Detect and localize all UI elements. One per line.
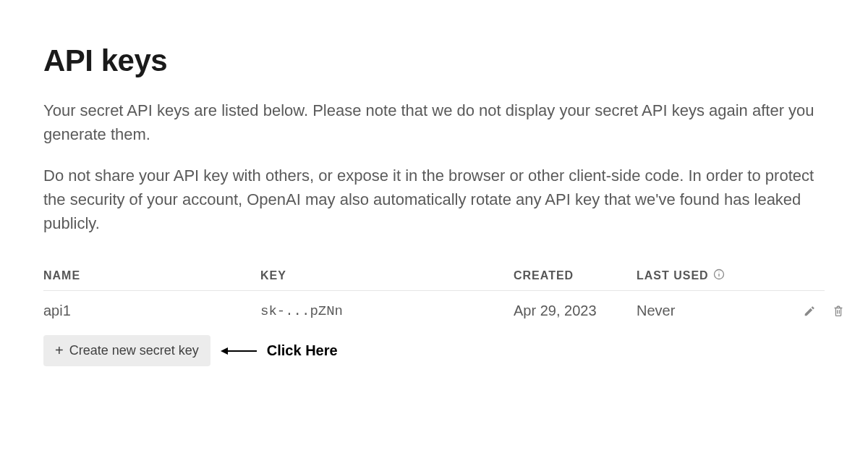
plus-icon: + (55, 342, 64, 359)
column-header-created: CREATED (514, 269, 637, 283)
svg-marker-4 (221, 347, 228, 355)
column-header-actions (781, 269, 846, 283)
cell-last-used: Never (637, 303, 781, 319)
pencil-icon (803, 305, 816, 318)
annotation: Click Here (221, 342, 338, 359)
description-paragraph-2: Do not share your API key with others, o… (43, 164, 825, 235)
cell-key: sk-...pZNn (260, 303, 514, 319)
create-key-row: + Create new secret key Click Here (43, 335, 825, 366)
description-paragraph-1: Your secret API keys are listed below. P… (43, 98, 825, 146)
column-header-last-used: LAST USED (637, 269, 781, 283)
svg-point-2 (718, 271, 719, 272)
column-header-last-used-label: LAST USED (637, 269, 709, 282)
row-actions (781, 303, 846, 319)
cell-created: Apr 29, 2023 (514, 303, 637, 319)
create-new-secret-key-button[interactable]: + Create new secret key (43, 335, 210, 366)
arrow-left-icon (221, 346, 257, 356)
api-keys-table: NAME KEY CREATED LAST USED api1 sk-...pZ… (43, 261, 825, 331)
table-row: api1 sk-...pZNn Apr 29, 2023 Never (43, 291, 825, 331)
page-title: API keys (43, 43, 825, 78)
create-button-label: Create new secret key (69, 343, 199, 358)
edit-button[interactable] (801, 303, 817, 319)
delete-button[interactable] (830, 303, 846, 319)
annotation-text: Click Here (267, 342, 338, 359)
cell-name: api1 (43, 303, 260, 319)
trash-icon (832, 305, 845, 318)
column-header-key: KEY (260, 269, 514, 283)
table-header-row: NAME KEY CREATED LAST USED (43, 261, 825, 291)
column-header-name: NAME (43, 269, 260, 283)
info-icon[interactable] (713, 269, 725, 283)
